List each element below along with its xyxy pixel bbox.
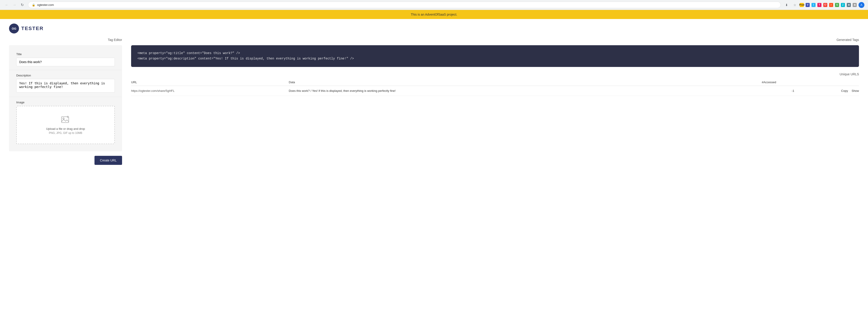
action-cell: Copy Show bbox=[794, 86, 859, 96]
main-content: Tag Editor Title Description Yes! If thi… bbox=[0, 38, 868, 174]
copy-button[interactable]: Copy bbox=[841, 89, 848, 92]
logo-circle: OG bbox=[9, 24, 19, 33]
data-cell: Does this work? / Yes! If this is displa… bbox=[289, 86, 677, 96]
logo-initials: OG bbox=[12, 27, 16, 30]
code-line-1: <meta property="og:title" content="Does … bbox=[137, 51, 852, 56]
nav-buttons: ← → ↻ bbox=[4, 2, 25, 8]
table-header-row: URL Data #Accessed bbox=[131, 79, 859, 86]
ext-prod-icon[interactable]: Prod bbox=[800, 3, 804, 7]
download-icon[interactable]: ⬇ bbox=[783, 2, 790, 8]
col-actions bbox=[794, 79, 859, 86]
image-label: Image bbox=[16, 101, 115, 104]
table-row: https://ogtester.com/share/5gHFL Does th… bbox=[131, 86, 859, 96]
ext-reddit-icon[interactable]: r bbox=[829, 3, 833, 7]
description-label: Description bbox=[16, 74, 115, 77]
image-upload-text: Upload a file or drag and drop bbox=[21, 127, 110, 130]
url-text: ogtester.com bbox=[37, 3, 54, 6]
ext-z-icon[interactable]: Z bbox=[841, 3, 845, 7]
browser-actions: ⬇ ☆ Prod V I T 🛡 r S Z ⊕ ⊞ A bbox=[783, 2, 864, 8]
ext-grid-icon[interactable]: ⊞ bbox=[852, 3, 857, 7]
title-label: Title bbox=[16, 53, 115, 56]
col-url: URL bbox=[131, 79, 289, 86]
description-input[interactable]: Yes! If this is displayed, then everythi… bbox=[16, 79, 115, 92]
ext-s-icon[interactable]: S bbox=[835, 3, 839, 7]
url-link[interactable]: https://ogtester.com/share/5gHFL bbox=[131, 89, 175, 92]
col-data: Data bbox=[289, 79, 677, 86]
unique-urls-title: Unique URLS bbox=[131, 72, 859, 76]
banner-text: This is an AdventOfSaaS project. bbox=[411, 13, 457, 16]
forward-button[interactable]: → bbox=[11, 2, 18, 8]
url-cell: https://ogtester.com/share/5gHFL bbox=[131, 86, 289, 96]
title-section: Title bbox=[13, 49, 119, 70]
app-header: OG TESTER bbox=[0, 19, 868, 38]
address-bar[interactable]: 🔒 ogtester.com bbox=[28, 2, 781, 8]
col-accessed: #Accessed bbox=[677, 79, 794, 86]
image-upload-icon bbox=[21, 115, 110, 125]
ext-t-icon[interactable]: T bbox=[817, 3, 822, 7]
description-section: Description Yes! If this is displayed, t… bbox=[13, 70, 119, 97]
code-block: <meta property="og:title" content="Does … bbox=[131, 45, 859, 67]
star-icon[interactable]: ☆ bbox=[792, 2, 798, 8]
left-panel: Tag Editor Title Description Yes! If thi… bbox=[9, 38, 122, 165]
announcement-banner: This is an AdventOfSaaS project. bbox=[0, 10, 868, 19]
ext-puzzle-icon[interactable]: ⊕ bbox=[847, 3, 851, 7]
code-line-2: <meta property="og:description" content=… bbox=[137, 56, 852, 62]
back-button[interactable]: ← bbox=[4, 2, 10, 8]
user-avatar[interactable]: A bbox=[859, 2, 864, 8]
browser-chrome: ← → ↻ 🔒 ogtester.com ⬇ ☆ Prod V I T 🛡 r … bbox=[0, 0, 868, 10]
ext-shield-icon[interactable]: 🛡 bbox=[823, 3, 827, 7]
logo-name: TESTER bbox=[21, 26, 43, 31]
lock-icon: 🔒 bbox=[32, 3, 35, 6]
tag-editor-form: Title Description Yes! If this is displa… bbox=[9, 45, 122, 151]
tag-editor-title: Tag Editor bbox=[9, 38, 122, 41]
image-upload-dropzone[interactable]: Upload a file or drag and drop PNG, JPG,… bbox=[16, 106, 115, 144]
show-button[interactable]: Show bbox=[851, 89, 859, 92]
image-upload-hint: PNG, JPG, GIF up to 10MB bbox=[21, 131, 110, 134]
accessed-cell: -1 bbox=[677, 86, 794, 96]
right-panel: Generated Tags <meta property="og:title"… bbox=[131, 38, 859, 165]
generated-tags-title: Generated Tags bbox=[131, 38, 859, 41]
svg-point-1 bbox=[63, 118, 64, 119]
urls-table: URL Data #Accessed https://ogtester.com/… bbox=[131, 79, 859, 96]
create-url-button[interactable]: Create URL bbox=[94, 156, 122, 165]
image-section: Image Upload a file or drag and drop PNG… bbox=[13, 97, 119, 148]
title-input[interactable] bbox=[16, 58, 115, 66]
reload-button[interactable]: ↻ bbox=[19, 2, 25, 8]
ext-i-icon[interactable]: I bbox=[811, 3, 815, 7]
ext-v-icon[interactable]: V bbox=[806, 3, 810, 7]
